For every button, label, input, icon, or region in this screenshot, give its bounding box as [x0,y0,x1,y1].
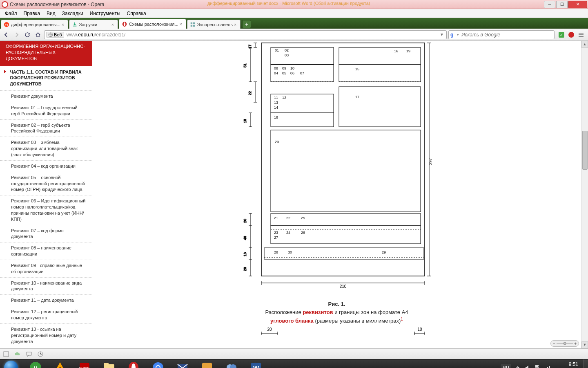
forward-button[interactable] [12,30,21,39]
reload-button[interactable] [23,30,32,39]
tray-flag-icon[interactable] [534,364,541,368]
task-chrome[interactable] [146,360,170,368]
sidebar-item[interactable]: Реквизит 12 – регистрационный номер доку… [0,306,92,324]
globe-icon [48,32,53,37]
sidebar-item[interactable]: Реквизит 14 - место составления или изда… [0,347,92,348]
input-language[interactable]: RU [501,364,511,368]
svg-text:20: 20 [243,219,247,223]
footnote-ref[interactable]: 1 [401,317,403,321]
menu-file[interactable]: Файл [2,11,20,16]
svg-rect-51 [339,87,421,127]
task-utorrent[interactable]: µ [24,360,47,368]
task-mail[interactable] [171,360,194,368]
home-button[interactable] [33,30,42,39]
panel-icon-1[interactable] [2,350,10,358]
zoom-out-icon[interactable]: − [552,341,557,346]
web-badge[interactable]: Веб [46,32,64,38]
sidebar-item[interactable]: Реквизит 01 – Государственный герб Росси… [0,102,92,120]
sidebar-item[interactable]: Реквизит 13 - ссылка на регистрационный … [0,324,92,348]
left-sidebar[interactable]: ОФОРМЛЕНИЯ ОРГАНИЗАЦИОННО-РАСПОРЯДИТЕЛЬН… [0,41,92,348]
sidebar-item[interactable]: Реквизит 08 – наименование организации [0,242,92,260]
maximize-button[interactable]: ☐ [556,1,568,8]
menu-view[interactable]: Вид [43,11,59,16]
scroll-thumb[interactable] [582,131,588,170]
task-app-y[interactable] [195,360,219,368]
sidebar-item[interactable]: Реквизит 03 – эмблема организации или то… [0,137,92,161]
sidebar-item[interactable]: Реквизит 11 – дата документа [0,295,92,306]
toolbar-right: ✓ [556,31,586,38]
nav-bar: Веб www.edou.ru/enc/razdel11/ ▼ g▾ ✓ [0,29,588,41]
tab-close-icon[interactable]: × [178,22,183,27]
search-bar[interactable]: g▾ [448,30,555,39]
tab-strip: Я дифференцированны... × Загрузки × Схем… [0,18,588,29]
tray-network-icon[interactable] [544,364,550,368]
task-explorer[interactable] [97,360,121,368]
taskbar-clock[interactable]: 9:51 27.06.2013 [554,362,580,368]
sidebar-item[interactable]: Реквизит документа [0,91,92,102]
scroll-up-button[interactable]: ▲ [581,41,588,48]
url-dropdown-icon[interactable]: ▼ [439,32,445,37]
tab-2[interactable]: Загрузки × [69,20,118,29]
sidebar-section-title[interactable]: ЧАСТЬ 1.1. СОСТАВ И ПРАВИЛА ОФОРМЛЕНИЯ Р… [0,66,92,91]
sidebar-item[interactable]: Реквизит 05 – основной государственный р… [0,172,92,196]
opera-link-icon[interactable] [568,31,575,38]
scroll-down-button[interactable]: ▼ [581,341,588,348]
tab-close-icon[interactable]: × [233,22,238,27]
tab-close-icon[interactable]: × [60,22,65,27]
sidebar-item[interactable]: Реквизит 04 – код организации [0,161,92,172]
back-button[interactable] [2,30,11,39]
svg-text:210: 210 [339,284,346,289]
addon-icon-1[interactable]: ✓ [558,31,565,38]
svg-text:17: 17 [355,95,359,99]
svg-text:10: 10 [417,327,422,332]
task-avira[interactable]: 120% [73,360,96,368]
close-button[interactable]: ✕ [568,1,587,8]
svg-rect-132 [549,366,550,368]
task-opera[interactable] [122,360,145,368]
new-tab-button[interactable]: + [242,20,251,28]
tab-close-icon[interactable]: × [110,22,115,27]
sidebar-item[interactable]: Реквизит 10 - наименование вида документ… [0,278,92,295]
address-bar[interactable]: Веб www.edou.ru/enc/razdel11/ ▼ [44,30,447,39]
menu-help[interactable]: Справка [124,11,149,16]
menu-bookmarks[interactable]: Закладки [59,11,87,16]
settings-icon[interactable] [577,31,585,38]
zoom-slider[interactable] [557,342,573,345]
panel-icon-chat[interactable] [25,350,33,358]
windows-taskbar: µ A 120% W RU 9:51 27.06.2013 [0,359,588,368]
search-dropdown-icon[interactable]: ▾ [457,33,459,37]
tab-4[interactable]: Экспресс-панель × [187,20,241,29]
tray-volume-icon[interactable] [524,364,531,368]
sidebar-item[interactable]: Реквизит 09 - справочные данные об орган… [0,260,92,278]
tab-1[interactable]: Я дифференцированны... × [1,20,68,29]
svg-text:08: 08 [274,66,278,70]
task-word[interactable]: W [244,360,268,368]
task-aimp[interactable]: A [48,360,72,368]
svg-rect-53 [271,130,421,212]
svg-text:18: 18 [274,115,278,119]
zoom-in-icon[interactable]: + [573,341,578,346]
show-desktop-button[interactable] [583,359,588,368]
zoom-control[interactable]: − + [550,340,579,347]
svg-rect-6 [190,25,192,26]
sidebar-heading: ОФОРМЛЕНИЯ ОРГАНИЗАЦИОННО-РАСПОРЯДИТЕЛЬН… [0,41,92,66]
svg-rect-125 [202,363,212,368]
svg-text:05: 05 [282,71,286,75]
sidebar-item[interactable]: Реквизит 07 – код формы документа [0,225,92,243]
minimize-button[interactable]: ─ [544,1,555,8]
menu-tools[interactable]: Инструменты [87,11,124,16]
start-button[interactable] [0,359,22,368]
tray-show-hidden-icon[interactable] [514,364,521,368]
svg-text:40: 40 [243,236,247,240]
tab-3-active[interactable]: Схемы расположения... × [119,19,186,29]
vertical-scrollbar[interactable]: ▲ ▼ [581,41,588,348]
search-input[interactable] [461,32,552,38]
sidebar-item[interactable]: Реквизит 02 – герб субъекта Российской Ф… [0,120,92,137]
task-app-messenger[interactable] [220,360,243,368]
panel-icon-clock[interactable] [37,350,44,358]
svg-rect-13 [579,33,584,34]
sidebar-item[interactable]: Реквизит 06 – Идентификационный номер на… [0,195,92,225]
panel-icon-cloud[interactable] [14,350,21,358]
svg-text:120%: 120% [79,366,90,368]
menu-edit[interactable]: Правка [20,11,44,16]
